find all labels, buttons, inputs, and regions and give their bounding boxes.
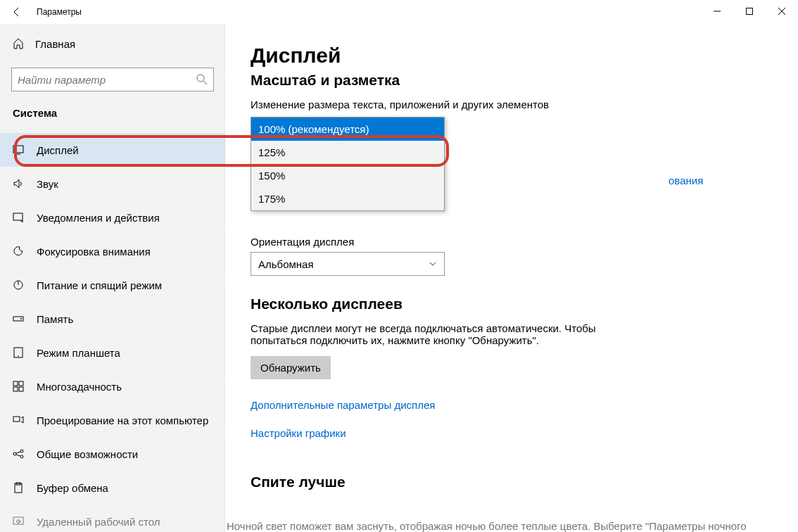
detect-button[interactable]: Обнаружить <box>251 356 331 379</box>
sidebar-item-tablet[interactable]: Режим планшета <box>0 336 225 369</box>
search-input-container[interactable] <box>11 68 214 91</box>
remote-icon <box>13 516 24 527</box>
multi-displays-title: Несколько дисплеев <box>251 296 773 312</box>
sidebar-item-clipboard[interactable]: Буфер обмена <box>0 471 225 505</box>
sidebar-item-multitask[interactable]: Многозадачность <box>0 369 225 403</box>
focus-icon <box>13 246 24 257</box>
maximize-button[interactable] <box>733 0 766 23</box>
svg-line-24 <box>16 455 20 456</box>
scale-option-175[interactable]: 175% <box>251 187 444 210</box>
back-button[interactable] <box>0 0 34 24</box>
svg-point-4 <box>197 75 204 82</box>
svg-rect-18 <box>19 387 23 391</box>
home-button[interactable]: Главная <box>0 30 225 58</box>
scale-option-125[interactable]: 125% <box>251 141 444 164</box>
link-graphics-settings[interactable]: Настройки графики <box>251 427 346 439</box>
orientation-label: Ориентация дисплея <box>251 236 773 248</box>
sidebar-item-remote[interactable]: Удаленный рабочий стол <box>0 505 225 532</box>
sleep-title: Спите лучше <box>251 474 773 490</box>
svg-line-23 <box>16 452 20 453</box>
svg-point-12 <box>20 318 22 319</box>
content-area: Дисплей Масштаб и разметка Изменение раз… <box>225 24 798 532</box>
sidebar: Главная Система Дисплей Звук Уведомления… <box>0 24 225 532</box>
multitask-icon <box>13 381 24 392</box>
clipboard-icon <box>13 482 24 493</box>
svg-rect-8 <box>13 213 23 220</box>
sleep-text: Ночной свет поможет вам заснуть, отображ… <box>225 520 798 532</box>
sound-icon <box>13 178 24 189</box>
sidebar-item-display[interactable]: Дисплей <box>0 133 225 167</box>
chevron-down-icon <box>429 260 437 268</box>
storage-icon <box>13 313 24 324</box>
orientation-select[interactable]: Альбомная <box>251 252 445 276</box>
sidebar-item-shared[interactable]: Общие возможности <box>0 437 225 471</box>
display-icon <box>13 144 24 156</box>
sidebar-nav: Дисплей Звук Уведомления и действия Фоку… <box>0 133 225 532</box>
link-fragment[interactable]: ования <box>669 175 703 186</box>
page-title: Дисплей <box>251 44 773 68</box>
svg-rect-16 <box>19 381 23 386</box>
svg-rect-19 <box>13 417 20 422</box>
window-title: Параметры <box>34 7 82 17</box>
home-label: Главная <box>35 38 75 50</box>
scale-label: Изменение размера текста, приложений и д… <box>251 99 773 110</box>
shared-icon <box>13 448 24 460</box>
search-input[interactable] <box>18 74 196 86</box>
svg-point-22 <box>20 455 23 458</box>
svg-point-21 <box>20 450 23 452</box>
scale-dropdown-list: 100% (рекомендуется) 125% 150% 175% <box>251 117 445 211</box>
home-icon <box>13 38 24 49</box>
sidebar-item-focus[interactable]: Фокусировка внимания <box>0 234 225 268</box>
minimize-button[interactable] <box>701 0 733 23</box>
svg-rect-6 <box>13 146 23 153</box>
tablet-icon <box>13 347 24 358</box>
sidebar-item-projecting[interactable]: Проецирование на этот компьютер <box>0 403 225 437</box>
sidebar-group-title: Система <box>0 104 225 126</box>
sidebar-item-storage[interactable]: Память <box>0 302 225 336</box>
notifications-icon <box>13 212 24 223</box>
multi-displays-text: Старые дисплеи могут не всегда подключат… <box>251 322 616 346</box>
svg-point-20 <box>13 452 16 455</box>
svg-rect-1 <box>747 8 753 15</box>
link-advanced-display[interactable]: Дополнительные параметры дисплея <box>251 399 435 411</box>
svg-rect-15 <box>13 381 18 386</box>
sidebar-item-sound[interactable]: Звук <box>0 167 225 201</box>
power-icon <box>13 279 24 291</box>
search-icon <box>196 74 208 85</box>
projecting-icon <box>13 414 24 426</box>
close-button[interactable] <box>766 0 798 23</box>
scale-option-150[interactable]: 150% <box>251 164 444 187</box>
scale-option-100[interactable]: 100% (рекомендуется) <box>251 118 444 141</box>
svg-line-5 <box>203 81 207 84</box>
svg-rect-17 <box>13 387 18 391</box>
section-scale-title: Масштаб и разметка <box>251 72 773 89</box>
sidebar-item-notifications[interactable]: Уведомления и действия <box>0 201 225 234</box>
sidebar-item-power[interactable]: Питание и спящий режим <box>0 268 225 302</box>
